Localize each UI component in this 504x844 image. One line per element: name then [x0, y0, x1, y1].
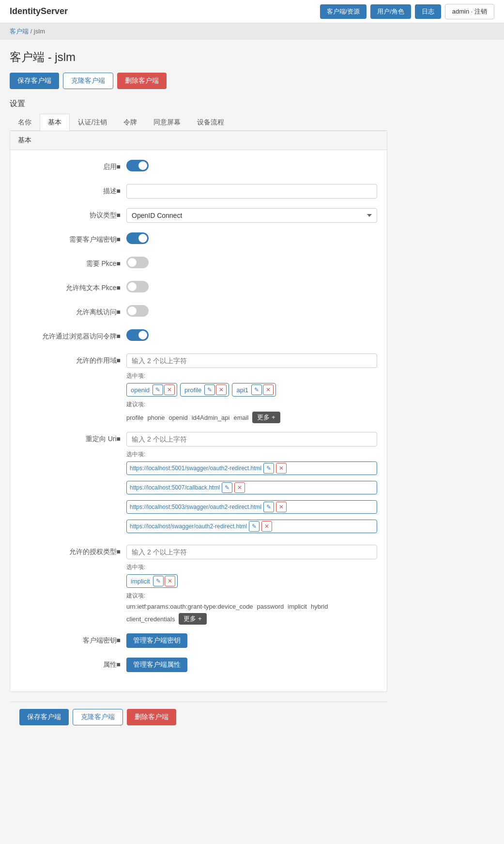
enabled-slider: [126, 160, 149, 171]
browser-token-label: 允许通过浏览器访问令牌■: [20, 329, 126, 341]
manage-properties-btn[interactable]: 管理客户端属性: [126, 658, 187, 672]
clone-client-top-btn[interactable]: 克隆客户端: [63, 73, 113, 89]
scope-tag-profile-remove[interactable]: ✕: [216, 384, 227, 395]
require-pkce-toggle[interactable]: [126, 257, 149, 268]
scope-tag-openid-text: openid: [129, 386, 152, 394]
tab-auth[interactable]: 认证/注销: [70, 114, 115, 131]
scope-tag-api1: api1 ✎ ✕: [232, 383, 276, 397]
grant-tag-implicit-remove[interactable]: ✕: [165, 576, 175, 586]
scopes-row: 允许的作用域■ 选中项: openid ✎ ✕: [20, 353, 377, 423]
redirect-uri-3-remove[interactable]: ✕: [276, 502, 287, 512]
scopes-suggestions: profile phone openid id4Admin_api email …: [126, 412, 377, 423]
card-body: 启用■ 描述■ 协议类型■: [10, 150, 387, 691]
scope-tag-openid-edit[interactable]: ✎: [153, 384, 163, 395]
scopes-tag-area: 选中项: openid ✎ ✕ profile ✎: [126, 353, 377, 423]
clone-client-bottom-btn[interactable]: 克隆客户端: [73, 709, 123, 725]
suggestion-client-credentials[interactable]: client_credentials: [126, 615, 175, 623]
enabled-control: [126, 160, 377, 173]
grant-tag-implicit-edit[interactable]: ✎: [153, 576, 164, 586]
scopes-more-btn[interactable]: 更多 +: [252, 412, 280, 423]
scope-tag-api1-text: api1: [234, 386, 250, 394]
offline-toggle[interactable]: [126, 305, 149, 317]
require-secret-label: 需要客户端密钥■: [20, 232, 126, 244]
redirect-uri-1-edit[interactable]: ✎: [263, 463, 274, 474]
scope-tag-profile-text: profile: [183, 386, 203, 394]
properties-row: 属性■ 管理客户端属性: [20, 658, 377, 673]
grant-types-row: 允许的授权类型■ 选中项: implicit ✎ ✕ 建议项:: [20, 545, 377, 625]
grant-types-suggestions-label: 建议项:: [126, 592, 377, 600]
breadcrumb: 客户端 / jslm: [0, 23, 504, 40]
scopes-control: 选中项: openid ✎ ✕ profile ✎: [126, 353, 377, 423]
client-secrets-control: 管理客户端密钥: [126, 633, 377, 648]
redirect-uris-label: 重定向 Uri■: [20, 432, 126, 444]
suggestion-email[interactable]: email: [233, 414, 248, 421]
redirect-uris-search-input[interactable]: [126, 432, 377, 446]
offline-row: 允许离线访问■: [20, 305, 377, 321]
suggestion-password[interactable]: password: [257, 603, 284, 610]
plain-pkce-control: [126, 281, 377, 294]
protocol-control: OpenID Connect: [126, 208, 377, 223]
enabled-label: 启用■: [20, 160, 126, 171]
bottom-action-bar: 保存客户端 克隆客户端 删除客户端: [10, 702, 387, 732]
enabled-row: 启用■: [20, 160, 377, 175]
delete-client-top-btn[interactable]: 删除客户端: [117, 73, 167, 89]
require-secret-row: 需要客户端密钥■: [20, 232, 377, 248]
suggestion-implicit[interactable]: implicit: [288, 603, 307, 610]
breadcrumb-parent[interactable]: 客户端: [10, 28, 29, 35]
scope-tag-openid: openid ✎ ✕: [126, 383, 177, 397]
scopes-search-input[interactable]: [126, 353, 377, 368]
enabled-toggle[interactable]: [126, 160, 149, 171]
client-secrets-label: 客户端密钥■: [20, 633, 126, 645]
plain-pkce-toggle[interactable]: [126, 281, 149, 292]
suggestion-hybrid[interactable]: hybrid: [311, 603, 328, 610]
suggestion-phone[interactable]: phone: [147, 414, 165, 421]
redirect-uri-4-edit[interactable]: ✎: [249, 521, 260, 532]
tab-token[interactable]: 令牌: [115, 114, 145, 131]
description-input[interactable]: [126, 184, 377, 199]
breadcrumb-current: jslm: [34, 28, 45, 35]
tab-device[interactable]: 设备流程: [189, 114, 232, 131]
protocol-select[interactable]: OpenID Connect: [126, 208, 377, 223]
redirect-uri-1-remove[interactable]: ✕: [276, 463, 287, 474]
nav-clients-btn[interactable]: 客户端/资源: [320, 4, 367, 19]
grant-types-search-input[interactable]: [126, 545, 377, 559]
delete-client-bottom-btn[interactable]: 删除客户端: [127, 709, 176, 725]
grant-types-more-btn[interactable]: 更多 +: [179, 613, 206, 625]
save-client-bottom-btn[interactable]: 保存客户端: [19, 709, 69, 725]
nav-logs-btn[interactable]: 日志: [415, 4, 441, 19]
protocol-label: 协议类型■: [20, 208, 126, 220]
manage-secrets-btn[interactable]: 管理客户端密钥: [126, 633, 187, 648]
grant-types-label: 允许的授权类型■: [20, 545, 126, 556]
scope-tag-profile-edit[interactable]: ✎: [204, 384, 215, 395]
require-pkce-control: [126, 257, 377, 270]
scope-tag-openid-remove[interactable]: ✕: [164, 384, 175, 395]
tab-name[interactable]: 名你: [10, 114, 40, 131]
navbar-actions: 客户端/资源 用户/角色 日志 admin · 注销: [320, 4, 495, 19]
require-secret-toggle[interactable]: [126, 232, 149, 244]
offline-control: [126, 305, 377, 318]
redirect-uri-2-edit[interactable]: ✎: [222, 482, 232, 493]
browser-token-toggle[interactable]: [126, 329, 149, 341]
tab-basic[interactable]: 基本: [40, 114, 70, 131]
redirect-uri-2-remove[interactable]: ✕: [234, 482, 245, 493]
suggestion-openid[interactable]: openid: [169, 414, 188, 421]
nav-admin-btn[interactable]: admin · 注销: [445, 4, 494, 19]
scope-tag-profile: profile ✎ ✕: [180, 383, 229, 397]
scope-tag-api1-edit[interactable]: ✎: [251, 384, 262, 395]
redirect-uri-2-text: https://localhost:5007/callback.html: [130, 484, 220, 491]
redirect-uri-3-edit[interactable]: ✎: [263, 502, 274, 512]
suggestion-id4admin[interactable]: id4Admin_api: [192, 414, 230, 421]
require-secret-slider: [126, 232, 149, 244]
redirect-uri-4: https://localhost/swagger/oauth2-redirec…: [126, 520, 377, 533]
suggestion-device-code[interactable]: urn:ietf:params:oauth:grant-type:device_…: [126, 603, 253, 610]
scopes-selected-label: 选中项:: [126, 372, 377, 380]
nav-users-btn[interactable]: 用户/角色: [370, 4, 411, 19]
redirect-uri-4-remove[interactable]: ✕: [261, 521, 272, 532]
redirect-uri-3-text: https://localhost:5003/swagger/oauth2-re…: [130, 504, 261, 510]
suggestion-profile[interactable]: profile: [126, 414, 143, 421]
save-client-top-btn[interactable]: 保存客户端: [10, 73, 59, 89]
require-pkce-label: 需要 Pkce■: [20, 257, 126, 268]
tab-consent[interactable]: 同意屏幕: [145, 114, 189, 131]
scope-tag-api1-remove[interactable]: ✕: [263, 384, 274, 395]
offline-label: 允许离线访问■: [20, 305, 126, 317]
